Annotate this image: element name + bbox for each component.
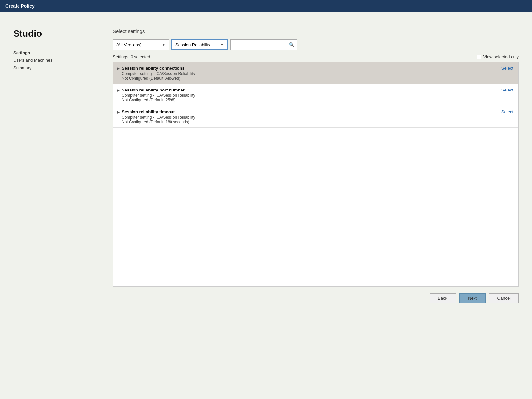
search-icon: 🔍: [289, 42, 294, 47]
version-dropdown-value: (All Versions): [116, 42, 142, 47]
setting-name-1: Session reliability port number: [122, 88, 195, 92]
expand-arrow-2[interactable]: ▶: [117, 110, 120, 114]
setting-info-1: Session reliability port number Computer…: [122, 88, 195, 102]
category-dropdown-caret: ▼: [220, 43, 224, 47]
category-dropdown[interactable]: Session Reliability ▼: [171, 39, 228, 50]
select-link-0[interactable]: Select: [501, 66, 513, 71]
category-dropdown-value: Session Reliability: [175, 42, 210, 47]
version-dropdown-caret: ▼: [162, 43, 165, 47]
cancel-button[interactable]: Cancel: [489, 293, 519, 303]
setting-status-1: Not Configured (Default: 2598): [122, 98, 195, 102]
select-link-2[interactable]: Select: [501, 109, 513, 114]
setting-name-0: Session reliability connections: [122, 66, 195, 71]
setting-content-0: ▶ Session reliability connections Comput…: [117, 66, 496, 81]
version-dropdown[interactable]: (All Versions) ▼: [113, 39, 169, 50]
sidebar-item-summary[interactable]: Summary: [13, 64, 93, 72]
filters-row: (All Versions) ▼ Session Reliability ▼ 🔍: [113, 39, 519, 50]
table-row: ▶ Session reliability port number Comput…: [113, 84, 518, 106]
settings-count: Settings: 0 selected: [113, 54, 150, 59]
setting-meta-1: Computer setting - ICA\Session Reliabili…: [122, 93, 195, 98]
setting-info-2: Session reliability timeout Computer set…: [122, 109, 195, 124]
sidebar-divider: [106, 22, 106, 389]
table-row: ▶ Session reliability connections Comput…: [113, 62, 518, 84]
status-row: Settings: 0 selected View selected only: [113, 54, 519, 59]
setting-info-0: Session reliability connections Computer…: [122, 66, 195, 81]
title-bar: Create Policy: [0, 0, 532, 12]
view-selected-row: View selected only: [477, 54, 519, 59]
view-selected-label: View selected only: [483, 54, 519, 59]
setting-name-2: Session reliability timeout: [122, 109, 195, 114]
sidebar-item-settings[interactable]: Settings: [13, 49, 93, 56]
search-input[interactable]: [233, 42, 289, 47]
settings-list: ▶ Session reliability connections Comput…: [113, 62, 519, 287]
next-button[interactable]: Next: [459, 293, 486, 303]
setting-meta-2: Computer setting - ICA\Session Reliabili…: [122, 115, 195, 120]
table-row: ▶ Session reliability timeout Computer s…: [113, 106, 518, 128]
setting-content-1: ▶ Session reliability port number Comput…: [117, 88, 496, 102]
expand-arrow-1[interactable]: ▶: [117, 88, 120, 92]
sidebar-title: Studio: [13, 28, 93, 39]
setting-meta-0: Computer setting - ICA\Session Reliabili…: [122, 71, 195, 76]
main-container: Studio Settings Users and Machines Summa…: [0, 12, 532, 399]
select-link-1[interactable]: Select: [501, 88, 513, 92]
sidebar: Studio Settings Users and Machines Summa…: [13, 22, 99, 389]
expand-arrow-0[interactable]: ▶: [117, 66, 120, 71]
content-area: Select settings (All Versions) ▼ Session…: [113, 22, 519, 389]
setting-content-2: ▶ Session reliability timeout Computer s…: [117, 109, 496, 124]
sidebar-item-users-machines[interactable]: Users and Machines: [13, 56, 93, 64]
setting-status-2: Not Configured (Default: 180 seconds): [122, 120, 195, 124]
view-selected-checkbox[interactable]: [477, 55, 481, 59]
section-title: Select settings: [113, 28, 519, 34]
back-button[interactable]: Back: [430, 293, 456, 303]
setting-status-0: Not Configured (Default: Allowed): [122, 76, 195, 81]
title-bar-label: Create Policy: [5, 3, 35, 9]
search-box[interactable]: 🔍: [230, 39, 297, 50]
footer: Back Next Cancel: [113, 287, 519, 306]
nav-list: Settings Users and Machines Summary: [13, 49, 93, 72]
